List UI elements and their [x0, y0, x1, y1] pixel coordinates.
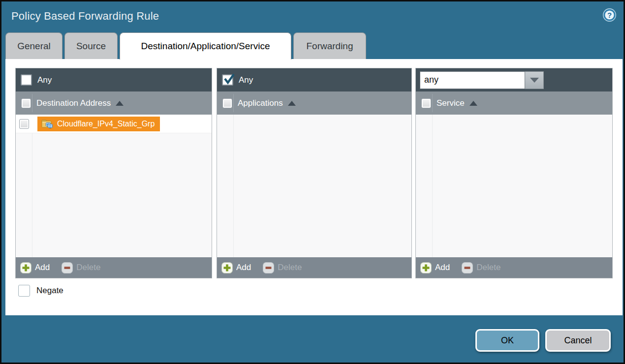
divider [233, 94, 234, 112]
minus-icon [263, 262, 274, 273]
divider [432, 115, 433, 257]
applications-list [217, 115, 411, 257]
destination-delete-button[interactable]: Delete [62, 262, 100, 273]
negate-checkbox[interactable] [18, 285, 30, 297]
service-delete-button[interactable]: Delete [462, 262, 500, 273]
applications-delete-button[interactable]: Delete [263, 262, 302, 273]
tab-source[interactable]: Source [64, 32, 118, 59]
tab-label: Forwarding [306, 41, 353, 52]
applications-footer: Add Delete [217, 257, 411, 278]
service-header-label: Service [437, 98, 465, 108]
destination-add-button[interactable]: Add [20, 262, 50, 273]
service-column: any Service [415, 68, 613, 278]
destination-any-checkbox[interactable] [21, 74, 32, 86]
address-object-label: Cloudflare_IPv4_Static_Grp [57, 120, 155, 128]
service-selectall-checkbox[interactable] [421, 98, 431, 108]
add-label: Add [35, 263, 50, 273]
delete-label: Delete [476, 263, 500, 273]
minus-icon [62, 262, 73, 273]
service-add-button[interactable]: Add [420, 262, 450, 273]
destination-list: Cloudflare_IPv4_Static_Grp [16, 115, 212, 257]
service-footer: Add Delete [416, 257, 612, 278]
service-type-dropdown-button[interactable] [525, 71, 544, 89]
sort-ascending-icon[interactable] [288, 101, 296, 106]
add-label: Add [236, 263, 251, 273]
destination-any-label: Any [37, 75, 52, 85]
service-type-value: any [424, 75, 438, 85]
plus-icon [420, 262, 432, 273]
applications-add-button[interactable]: Add [221, 262, 251, 273]
ok-button[interactable]: OK [475, 329, 539, 352]
plus-icon [221, 262, 233, 273]
applications-column: Any Applications Add [217, 68, 412, 278]
table-row[interactable]: Cloudflare_IPv4_Static_Grp [16, 115, 212, 133]
delete-label: Delete [76, 263, 100, 273]
sort-ascending-icon[interactable] [469, 101, 477, 106]
help-icon[interactable]: ? [602, 8, 617, 22]
destination-header-label: Destination Address [36, 98, 111, 108]
add-label: Add [435, 263, 450, 273]
chevron-down-icon [530, 78, 539, 83]
minus-icon [462, 262, 473, 273]
delete-label: Delete [278, 263, 302, 273]
applications-selectall-checkbox[interactable] [222, 98, 232, 108]
destination-selectall-checkbox[interactable] [21, 98, 31, 108]
ok-button-label: OK [501, 335, 514, 346]
applications-header-label: Applications [238, 98, 283, 108]
destination-address-column: Any Destination Address [15, 68, 212, 278]
tab-forwarding[interactable]: Forwarding [293, 32, 366, 59]
service-list [416, 115, 612, 257]
checkmark-icon [222, 72, 236, 86]
destination-footer: Add Delete [16, 257, 212, 278]
policy-based-forwarding-dialog: Policy Based Forwarding Rule ? General S… [0, 0, 625, 364]
svg-text:?: ? [607, 11, 612, 19]
divider [432, 94, 433, 112]
tab-label: General [17, 41, 51, 52]
service-dropdown-row: any [416, 68, 612, 91]
row-checkbox[interactable] [19, 119, 29, 129]
plus-icon [20, 262, 31, 273]
negate-row: Negate [18, 285, 63, 297]
selected-address-object[interactable]: Cloudflare_IPv4_Static_Grp [37, 117, 160, 131]
tab-destination-application-service[interactable]: Destination/Application/Service [120, 32, 291, 60]
sort-ascending-icon[interactable] [116, 101, 124, 106]
applications-any-row: Any [217, 68, 411, 91]
cancel-button[interactable]: Cancel [545, 329, 611, 352]
service-column-header[interactable]: Service [416, 91, 612, 115]
divider [233, 115, 234, 257]
destination-any-row: Any [16, 68, 212, 91]
applications-any-checkbox[interactable] [222, 74, 233, 86]
destination-column-header[interactable]: Destination Address [16, 91, 212, 115]
divider [32, 115, 32, 257]
dialog-title: Policy Based Forwarding Rule [11, 10, 159, 23]
applications-column-header[interactable]: Applications [217, 91, 411, 115]
divider [32, 94, 32, 112]
address-group-icon [41, 119, 53, 129]
negate-label: Negate [36, 286, 63, 296]
tab-label: Source [76, 41, 106, 52]
cancel-button-label: Cancel [564, 335, 592, 346]
applications-any-label: Any [239, 75, 253, 85]
tab-general[interactable]: General [5, 32, 62, 59]
tab-label: Destination/Application/Service [141, 41, 270, 52]
service-type-dropdown[interactable]: any [420, 71, 525, 89]
tab-content-panel: Any Destination Address [5, 59, 623, 315]
